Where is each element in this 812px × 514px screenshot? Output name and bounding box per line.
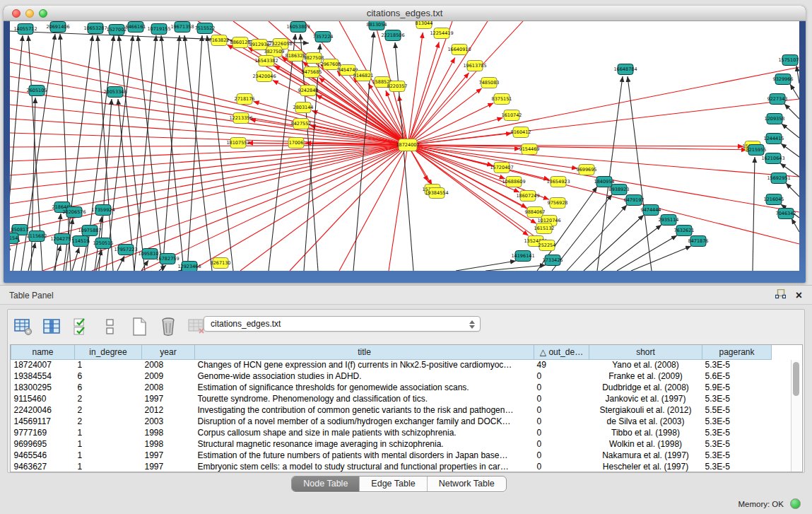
window-titlebar[interactable]: citations_edges.txt [4,6,806,21]
tab-edge-table[interactable]: Edge Table [359,477,426,491]
table-select-dropdown[interactable]: citations_edges.txt [204,316,481,332]
table-cell[interactable]: 1 [75,359,142,370]
column-header[interactable]: pagerank [702,345,772,359]
new-table-icon[interactable] [129,317,149,337]
table-cell[interactable]: de Silva et al. (2003) [589,416,702,427]
table-cell[interactable]: 5.9E-5 [702,382,772,393]
table-cell[interactable]: 1 [75,461,142,472]
table-row[interactable]: 1830029562008Estimation of significance … [11,382,772,393]
table-cell[interactable]: 5.3E-5 [702,438,772,450]
table-cell[interactable]: 1 [75,438,142,450]
table-cell[interactable]: Changes of HCN gene expression and I(f) … [195,359,534,370]
table-cell[interactable]: Dudbridge et al. (2008) [589,382,702,393]
table-row[interactable]: 2242004622012Investigating the contribut… [11,404,772,416]
table-cell[interactable]: 18300295 [11,382,75,393]
table-cell[interactable]: 0 [534,461,589,472]
vertical-scrollbar[interactable] [791,360,801,472]
column-header[interactable]: year [142,345,195,359]
table-cell[interactable]: 2008 [142,382,195,393]
table-cell[interactable]: 49 [534,359,589,370]
tab-node-table[interactable]: Node Table [292,477,359,491]
column-header[interactable]: name [11,345,75,359]
select-all-icon[interactable] [71,317,91,337]
table-cell[interactable]: Franke et al. (2009) [589,370,702,382]
table-row[interactable]: 1872400712008Changes of HCN gene express… [11,359,772,370]
table-cell[interactable]: Estimation of the future numbers of pati… [195,450,534,461]
table-cell[interactable]: Hescheler et al. (1997) [589,461,702,472]
table-cell[interactable]: Genome-wide association studies in ADHD. [195,370,534,382]
table-cell[interactable]: 2008 [142,359,195,370]
table-cell[interactable]: Tourette syndrome. Phenomenology and cla… [195,393,534,404]
table-mode-icon[interactable] [13,317,33,337]
table-cell[interactable]: 5.6E-5 [702,370,772,382]
table-cell[interactable]: Disruption of a novel member of a sodium… [195,416,534,427]
table-cell[interactable]: 9465546 [11,450,75,461]
table-cell[interactable]: 6 [75,370,142,382]
table-cell[interactable]: Tibbo et al. (1998) [589,427,702,438]
unselect-all-icon[interactable] [100,317,120,337]
close-icon[interactable]: × [796,290,802,301]
table-cell[interactable]: Wolkin et al. (1998) [589,438,702,450]
table-cell[interactable]: 18724007 [11,359,75,370]
table-cell[interactable]: Corpus callosum shape and size in male p… [195,427,534,438]
table-cell[interactable]: 0 [534,393,589,404]
table-cell[interactable]: Stergiakouli et al. (2012) [589,404,702,416]
table-cell[interactable]: 0 [534,450,589,461]
table-cell[interactable]: 9777169 [11,427,75,438]
table-cell[interactable]: 5.3E-5 [702,359,772,370]
table-row[interactable]: 911546021997Tourette syndrome. Phenomeno… [11,393,772,404]
table-cell[interactable]: 22420046 [11,404,75,416]
table-cell[interactable]: 0 [534,382,589,393]
table-cell[interactable]: 1 [75,450,142,461]
table-row[interactable]: 1456911722003Disruption of a novel membe… [11,416,772,427]
table-cell[interactable]: 2 [75,393,142,404]
table-cell[interactable]: 1 [75,427,142,438]
table-cell[interactable]: 1997 [142,393,195,404]
scrollbar-thumb[interactable] [793,362,799,396]
table-cell[interactable]: Estimation of significance thresholds fo… [195,382,534,393]
table-cell[interactable]: 5.3E-5 [702,427,772,438]
table-cell[interactable]: 0 [534,438,589,450]
table-cell[interactable]: 9699695 [11,438,75,450]
table-cell[interactable]: 1997 [142,461,195,472]
table-cell[interactable]: 2 [75,416,142,427]
table-cell[interactable]: 5.3E-5 [702,416,772,427]
column-header[interactable]: in_degree [75,345,142,359]
table-cell[interactable]: 1998 [142,427,195,438]
table-cell[interactable]: 9115460 [11,393,75,404]
column-header[interactable]: short [589,345,702,359]
table-cell[interactable]: 0 [534,370,589,382]
delete-rows-icon[interactable] [158,317,178,337]
table-cell[interactable]: 2 [75,404,142,416]
table-cell[interactable]: 5.3E-5 [702,393,772,404]
table-row[interactable]: 946362711997Embryonic stem cells: a mode… [11,461,772,472]
show-columns-icon[interactable] [42,317,62,337]
float-window-icon[interactable] [775,289,786,302]
table-row[interactable]: 969969511998Structural magnetic resonanc… [11,438,772,450]
table-cell[interactable]: 6 [75,382,142,393]
table-cell[interactable]: 9463627 [11,461,75,472]
citation-network-graph[interactable]: 7163822886012889129342322605838275091654… [10,21,799,271]
table-cell[interactable]: Jankovic et al. (1997) [589,393,702,404]
table-cell[interactable]: 2012 [142,404,195,416]
table-cell[interactable]: Yano et al. (2008) [589,359,702,370]
table-cell[interactable]: 0 [534,416,589,427]
table-cell[interactable]: 14569117 [11,416,75,427]
network-canvas[interactable]: 7163822886012889129342322605838275091654… [10,21,799,271]
table-cell[interactable]: 2003 [142,416,195,427]
column-header[interactable]: △ out_de… [534,345,589,359]
table-cell[interactable]: 5.5E-5 [702,404,772,416]
table-row[interactable]: 946554611997Estimation of the future num… [11,450,772,461]
table-cell[interactable]: Investigating the contribution of common… [195,404,534,416]
table-cell[interactable]: 2009 [142,370,195,382]
table-cell[interactable]: 1998 [142,438,195,450]
table-cell[interactable]: 19384554 [11,370,75,382]
table-row[interactable]: 977716911998Corpus callosum shape and si… [11,427,772,438]
tab-network-table[interactable]: Network Table [427,477,506,491]
table-cell[interactable]: 5.3E-5 [702,461,772,472]
table-cell[interactable]: Nakamura et al. (1997) [589,450,702,461]
table-row[interactable]: 1938455462009Genome-wide association stu… [11,370,772,382]
table-cell[interactable]: 0 [534,427,589,438]
table-cell[interactable]: Embryonic stem cells: a model to study s… [195,461,534,472]
table-cell[interactable]: 5.3E-5 [702,450,772,461]
